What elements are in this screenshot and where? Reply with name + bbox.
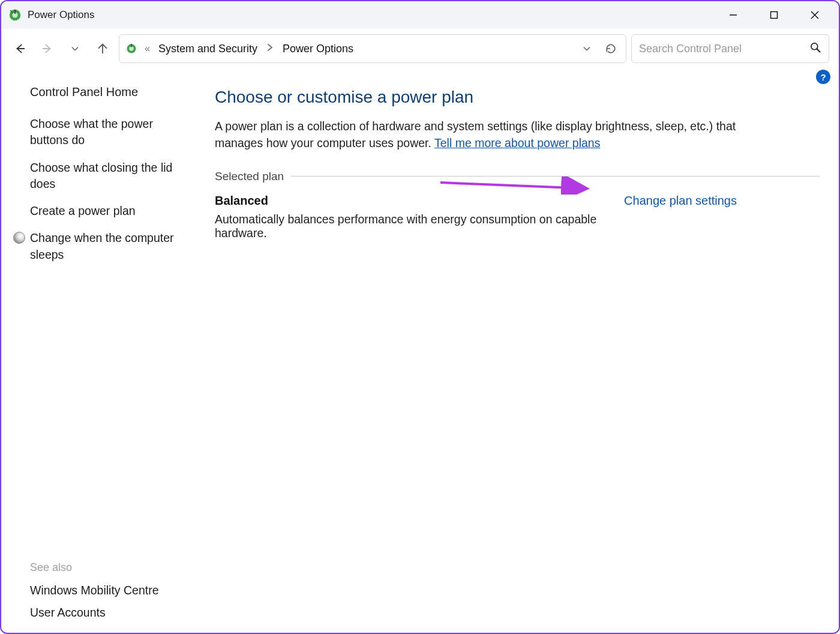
- sidebar-link-create-plan[interactable]: Create a power plan: [30, 203, 191, 219]
- search-box[interactable]: [631, 34, 829, 63]
- refresh-button[interactable]: [601, 38, 621, 59]
- nav-forward-button[interactable]: [36, 37, 59, 60]
- window: Power Options: [0, 0, 840, 634]
- sidebar-link-power-buttons[interactable]: Choose what the power buttons do: [30, 116, 191, 149]
- minimize-button[interactable]: [713, 2, 754, 28]
- search-input[interactable]: [639, 43, 805, 55]
- see-also-user-accounts[interactable]: User Accounts: [30, 606, 191, 620]
- nav-history-dropdown[interactable]: [64, 37, 86, 60]
- sidebar-link-closing-lid[interactable]: Choose what closing the lid does: [30, 160, 191, 193]
- section-header: Selected plan: [215, 170, 820, 183]
- section-divider: [291, 176, 820, 177]
- svg-line-14: [817, 49, 820, 52]
- see-also-mobility-centre[interactable]: Windows Mobility Centre: [30, 584, 191, 597]
- svg-rect-4: [771, 12, 778, 19]
- maximize-button[interactable]: [754, 2, 794, 28]
- address-icon: [124, 41, 139, 56]
- plan-name: Balanced: [215, 194, 624, 208]
- search-icon[interactable]: [809, 41, 821, 56]
- app-icon: [7, 7, 23, 23]
- address-dropdown[interactable]: [577, 38, 597, 59]
- help-row: ?: [1, 68, 839, 85]
- page-description: A power plan is a collection of hardware…: [215, 118, 737, 152]
- change-plan-settings-link[interactable]: Change plan settings: [624, 194, 737, 208]
- plan-description: Automatically balances performance with …: [215, 213, 624, 240]
- breadcrumb-overflow[interactable]: «: [142, 43, 152, 54]
- chevron-right-icon[interactable]: [263, 43, 277, 54]
- nav-back-button[interactable]: [8, 37, 31, 60]
- address-bar[interactable]: « System and Security Power Options: [119, 34, 626, 63]
- sidebar-link-computer-sleeps[interactable]: Change when the computer sleeps: [30, 230, 191, 263]
- main-content: Choose or customise a power plan A power…: [206, 85, 832, 628]
- sidebar: Control Panel Home Choose what the power…: [8, 85, 206, 628]
- svg-line-15: [440, 183, 587, 189]
- close-button[interactable]: [794, 2, 835, 28]
- plan-row: Balanced Automatically balances performa…: [215, 194, 737, 240]
- control-panel-home-link[interactable]: Control Panel Home: [30, 85, 191, 99]
- help-icon[interactable]: ?: [816, 70, 830, 84]
- breadcrumb-current[interactable]: Power Options: [280, 43, 356, 55]
- page-title: Choose or customise a power plan: [215, 88, 820, 107]
- svg-rect-2: [14, 10, 16, 14]
- breadcrumb-parent[interactable]: System and Security: [156, 43, 260, 55]
- nav-row: « System and Security Power Options: [1, 29, 839, 68]
- window-title: Power Options: [28, 9, 95, 21]
- section-header-text: Selected plan: [215, 170, 284, 183]
- titlebar: Power Options: [1, 1, 839, 29]
- body: Control Panel Home Choose what the power…: [1, 85, 839, 633]
- nav-up-button[interactable]: [91, 37, 114, 60]
- svg-rect-12: [131, 44, 132, 47]
- window-controls: [713, 2, 835, 28]
- see-also-header: See also: [30, 561, 191, 574]
- learn-more-link[interactable]: Tell me more about power plans: [434, 136, 600, 149]
